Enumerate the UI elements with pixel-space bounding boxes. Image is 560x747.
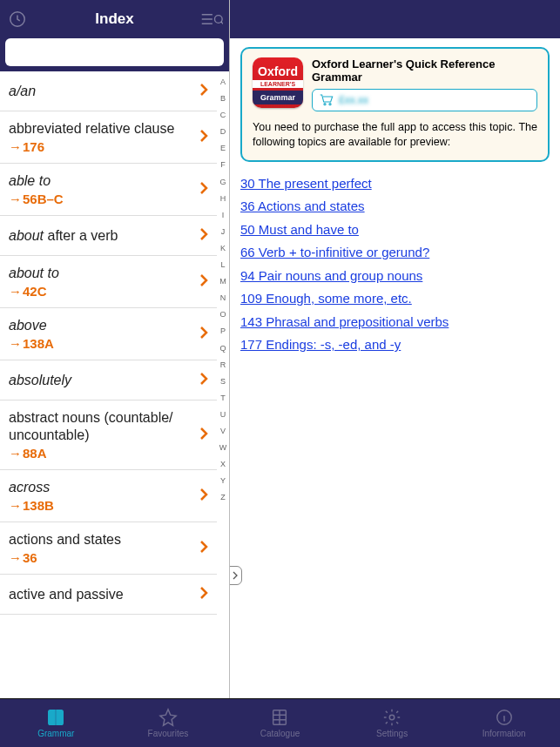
chevron-right-icon: [199, 586, 208, 603]
grid-icon: [270, 708, 289, 727]
index-term: absolutely: [9, 372, 191, 389]
az-letter[interactable]: I: [222, 208, 225, 223]
chevron-right-icon: [199, 181, 208, 199]
az-letter[interactable]: V: [220, 424, 226, 439]
preview-link[interactable]: 66 Verb + to-infinitive or gerund?: [240, 243, 550, 263]
az-letter[interactable]: G: [219, 175, 226, 190]
search-input[interactable]: [5, 38, 224, 66]
az-letter[interactable]: R: [220, 358, 226, 373]
index-row[interactable]: actions and states36: [0, 522, 217, 575]
index-row[interactable]: above138A: [0, 308, 217, 360]
az-letter[interactable]: Z: [220, 490, 226, 505]
index-row[interactable]: across138B: [0, 470, 217, 522]
chevron-right-icon: [199, 326, 208, 343]
index-row[interactable]: abstract nouns (countable/uncountable)88…: [0, 400, 217, 470]
index-term: about after a verb: [9, 227, 191, 245]
preview-link[interactable]: 30 The present perfect: [240, 174, 550, 194]
index-list[interactable]: a/anabbreviated relative clause176able t…: [0, 71, 217, 698]
buy-button[interactable]: £xx.xx: [312, 89, 537, 111]
index-term: abstract nouns (countable/uncountable): [9, 409, 191, 444]
az-letter[interactable]: B: [220, 91, 226, 106]
chevron-right-icon: [199, 488, 208, 505]
right-pane: Oxford LEARNER'S Grammar Oxford Learner'…: [230, 0, 560, 698]
book-icon: [46, 708, 65, 727]
az-letter[interactable]: O: [219, 307, 226, 322]
preview-link[interactable]: 36 Actions and states: [240, 197, 550, 217]
az-letter[interactable]: E: [220, 141, 226, 156]
tab-catalogue[interactable]: Catalogue: [224, 699, 336, 747]
tab-label: Catalogue: [260, 729, 300, 738]
index-term: abbreviated relative clause: [9, 120, 191, 138]
az-letter[interactable]: S: [220, 374, 226, 389]
index-ref: 88A: [9, 446, 191, 461]
az-letter[interactable]: F: [220, 158, 226, 172]
preview-link[interactable]: 50 Must and have to: [240, 220, 550, 240]
info-icon: [495, 708, 514, 727]
index-ref: 138A: [9, 336, 191, 351]
split-resize-handle[interactable]: [230, 566, 242, 585]
history-button[interactable]: [5, 7, 30, 31]
az-letter[interactable]: N: [220, 291, 226, 306]
index-ref: 42C: [9, 284, 191, 299]
index-row[interactable]: able to56B–C: [0, 164, 217, 216]
split-panes: Index a/anabbreviated relative clause176…: [0, 0, 560, 698]
index-ref: 36: [9, 550, 191, 565]
index-body: a/anabbreviated relative clause176able t…: [0, 71, 229, 698]
az-letter[interactable]: U: [220, 407, 226, 422]
index-row[interactable]: abbreviated relative clause176: [0, 111, 217, 164]
az-letter[interactable]: C: [220, 108, 226, 123]
tab-settings[interactable]: Settings: [336, 699, 449, 747]
index-ref: 176: [9, 139, 191, 154]
tab-favourites[interactable]: Favourites: [112, 699, 225, 747]
tab-label: Information: [482, 729, 526, 738]
index-term: about to: [9, 265, 191, 282]
az-letter[interactable]: M: [219, 274, 226, 289]
search-bar: [0, 38, 229, 71]
index-row[interactable]: active and passive: [0, 575, 217, 615]
app-icon: Oxford LEARNER'S Grammar: [253, 57, 303, 108]
az-letter[interactable]: P: [220, 324, 226, 339]
index-term: active and passive: [9, 586, 191, 603]
preview-link[interactable]: 109 Enough, some more, etc.: [240, 289, 550, 309]
preview-links: 30 The present perfect36 Actions and sta…: [240, 174, 550, 355]
preview-link[interactable]: 94 Pair nouns and group nouns: [240, 266, 550, 286]
index-term: above: [9, 317, 191, 334]
az-letter[interactable]: Q: [219, 341, 226, 356]
purchase-message: You need to purchase the full app to acc…: [253, 120, 537, 150]
price-label: £xx.xx: [339, 94, 368, 106]
tab-information[interactable]: Information: [448, 699, 560, 747]
filter-button[interactable]: [199, 7, 224, 31]
az-letter[interactable]: Y: [220, 474, 226, 488]
svg-point-5: [389, 715, 395, 720]
purchase-top: Oxford LEARNER'S Grammar Oxford Learner'…: [253, 57, 537, 111]
svg-point-3: [329, 104, 331, 105]
az-letter[interactable]: D: [220, 124, 226, 139]
clock-icon: [8, 10, 27, 29]
index-ref: 56B–C: [9, 192, 191, 206]
chevron-right-icon: [199, 372, 208, 389]
preview-link[interactable]: 177 Endings: -s, -ed, and -y: [240, 335, 550, 355]
az-letter[interactable]: T: [220, 391, 226, 406]
az-letter[interactable]: J: [221, 225, 226, 239]
app-root: Index a/anabbreviated relative clause176…: [0, 0, 560, 747]
app-icon-line1: Oxford: [258, 62, 298, 77]
index-row[interactable]: a/an: [0, 71, 217, 111]
az-letter[interactable]: H: [220, 192, 226, 206]
chevron-right-icon: [199, 540, 208, 557]
svg-point-2: [324, 104, 326, 105]
index-row[interactable]: about to42C: [0, 256, 217, 308]
index-row[interactable]: absolutely: [0, 360, 217, 400]
az-letter[interactable]: A: [220, 75, 226, 90]
left-pane: Index a/anabbreviated relative clause176…: [0, 0, 230, 698]
tab-grammar[interactable]: Grammar: [0, 699, 112, 747]
az-letter[interactable]: K: [220, 241, 226, 256]
az-index-strip[interactable]: ABCDEFGHIJKLMNOPQRSTUVWXYZ: [217, 71, 229, 698]
az-letter[interactable]: L: [220, 258, 225, 273]
index-row[interactable]: about after a verb: [0, 216, 217, 256]
preview-link[interactable]: 143 Phrasal and prepositional verbs: [240, 313, 550, 333]
chevron-right-icon: [199, 83, 208, 100]
az-letter[interactable]: W: [219, 441, 227, 455]
az-letter[interactable]: X: [220, 457, 226, 472]
index-term: able to: [9, 172, 191, 190]
index-term: a/an: [9, 83, 191, 100]
